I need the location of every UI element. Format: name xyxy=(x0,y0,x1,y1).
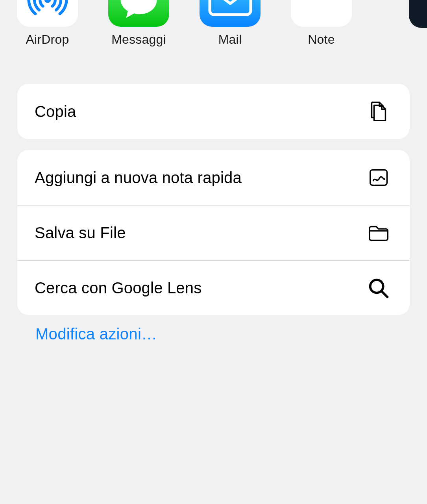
airdrop-icon xyxy=(17,0,78,27)
copy-icon xyxy=(365,98,392,125)
action-card-group: Aggiungi a nuova nota rapida Salva su Fi… xyxy=(17,150,410,315)
quick-note-icon xyxy=(365,164,392,191)
action-quick-note[interactable]: Aggiungi a nuova nota rapida xyxy=(17,150,410,205)
share-app-messaggi[interactable]: Messaggi xyxy=(108,0,169,47)
mail-icon xyxy=(200,0,261,27)
action-label: Salva su File xyxy=(35,224,126,242)
messages-icon xyxy=(108,0,169,27)
app-label: Mail xyxy=(218,32,242,47)
share-app-mail[interactable]: Mail xyxy=(200,0,261,47)
action-card-copy: Copia xyxy=(17,84,410,139)
action-label: Cerca con Google Lens xyxy=(35,279,201,297)
svg-point-0 xyxy=(44,0,51,3)
edit-actions-row[interactable]: Modifica azioni… xyxy=(17,325,410,361)
action-label: Aggiungi a nuova nota rapida xyxy=(35,169,242,187)
action-label: Copia xyxy=(35,103,76,120)
share-app-airdrop[interactable]: AirDrop xyxy=(17,0,78,47)
edit-actions-label: Modifica azioni… xyxy=(17,325,157,343)
action-google-lens[interactable]: Cerca con Google Lens xyxy=(17,260,410,315)
app-label: Messaggi xyxy=(111,32,166,47)
search-icon xyxy=(365,274,392,302)
share-app-note[interactable]: Note xyxy=(291,0,352,47)
action-save-to-files[interactable]: Salva su File xyxy=(17,205,410,260)
app-label: Note xyxy=(308,32,335,47)
svg-rect-2 xyxy=(370,170,387,185)
share-app-row: AirDrop Messaggi Mail Note xyxy=(0,0,427,47)
folder-icon xyxy=(365,219,392,247)
app-label: AirDrop xyxy=(26,32,69,47)
notes-icon xyxy=(291,0,352,27)
action-copy[interactable]: Copia xyxy=(17,84,410,139)
svg-line-5 xyxy=(382,291,388,297)
